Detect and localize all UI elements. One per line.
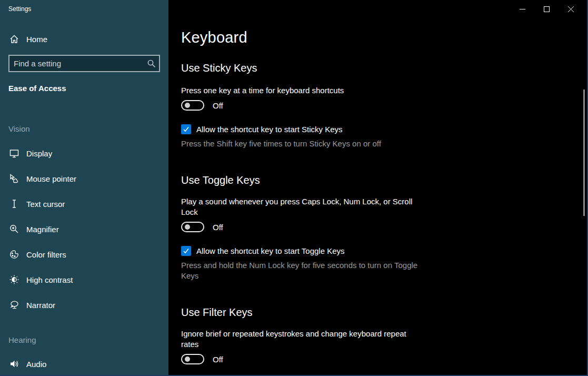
sidebar-item-narrator[interactable]: Narrator bbox=[0, 292, 168, 318]
toggle-knob bbox=[185, 103, 190, 108]
sidebar-item-display[interactable]: Display bbox=[0, 141, 168, 166]
toggle-state-label[interactable]: Off bbox=[213, 355, 223, 364]
minimize-button[interactable] bbox=[510, 0, 534, 18]
group-header-hearing: Hearing bbox=[0, 335, 168, 345]
sidebar-item-label: Display bbox=[26, 149, 52, 158]
setting-hint: Press the Shift key five times to turn S… bbox=[181, 138, 421, 149]
sidebar: Settings Home Ease of Access Vision bbox=[0, 0, 168, 375]
sticky-keys-toggle[interactable] bbox=[181, 100, 204, 111]
setting-label: Play a sound whenever you press Caps Loc… bbox=[181, 196, 421, 217]
sidebar-item-label: Audio bbox=[26, 360, 46, 369]
display-icon bbox=[8, 147, 20, 159]
checkbox-checked-icon[interactable] bbox=[181, 246, 191, 256]
category-title: Ease of Access bbox=[0, 84, 168, 93]
sidebar-item-mouse-pointer[interactable]: Mouse pointer bbox=[0, 166, 168, 191]
toggle-knob bbox=[185, 224, 190, 230]
close-button[interactable] bbox=[559, 0, 583, 18]
section-heading: Use Sticky Keys bbox=[181, 61, 434, 75]
scrollbar-thumb[interactable] bbox=[583, 90, 585, 216]
search-box bbox=[8, 55, 160, 72]
sidebar-item-label: Mouse pointer bbox=[26, 174, 76, 183]
home-icon bbox=[8, 33, 20, 45]
section-sticky-keys: Use Sticky Keys Press one key at a time … bbox=[181, 61, 434, 149]
narrator-icon bbox=[8, 299, 20, 311]
checkbox-label[interactable]: Allow the shortcut key to start Sticky K… bbox=[196, 125, 343, 134]
toggle-knob bbox=[185, 357, 190, 362]
checkbox-label[interactable]: Allow the shortcut key to start Toggle K… bbox=[196, 246, 345, 255]
toggle-state-label[interactable]: Off bbox=[213, 223, 223, 232]
setting-label: Press one key at a time for keyboard sho… bbox=[181, 85, 421, 96]
search-icon[interactable] bbox=[143, 59, 159, 68]
sidebar-item-label: Color filters bbox=[26, 250, 66, 259]
sidebar-item-color-filters[interactable]: Color filters bbox=[0, 242, 168, 267]
sidebar-item-label: Narrator bbox=[26, 301, 55, 310]
section-heading: Use Toggle Keys bbox=[181, 173, 434, 187]
sticky-keys-toggle-row: Off bbox=[181, 100, 434, 111]
filter-keys-toggle-row: Off bbox=[181, 354, 434, 364]
text-cursor-icon bbox=[8, 198, 20, 210]
section-filter-keys: Use Filter Keys Ignore brief or repeated… bbox=[181, 305, 434, 364]
toggle-keys-toggle-row: Off bbox=[181, 222, 434, 232]
magnifier-icon bbox=[8, 223, 20, 235]
setting-hint: Press and hold the Num Lock key for five… bbox=[181, 260, 421, 281]
window-controls bbox=[510, 0, 583, 18]
toggle-keys-toggle[interactable] bbox=[181, 222, 204, 232]
sidebar-item-label: Magnifier bbox=[26, 225, 59, 234]
checkbox-checked-icon[interactable] bbox=[181, 124, 191, 134]
sidebar-item-magnifier[interactable]: Magnifier bbox=[0, 216, 168, 242]
app-title: Settings bbox=[0, 0, 168, 13]
sidebar-item-home[interactable]: Home bbox=[0, 28, 168, 50]
sidebar-nav-vision: Display Mouse pointer Text cursor bbox=[0, 141, 168, 318]
sidebar-item-label: High contrast bbox=[26, 275, 73, 284]
toggle-state-label[interactable]: Off bbox=[213, 101, 223, 110]
sidebar-item-high-contrast[interactable]: High contrast bbox=[0, 267, 168, 292]
toggle-keys-shortcut-checkbox-row[interactable]: Allow the shortcut key to start Toggle K… bbox=[181, 246, 434, 256]
page-title: Keyboard bbox=[181, 27, 434, 47]
audio-icon bbox=[8, 358, 20, 370]
maximize-button[interactable] bbox=[534, 0, 559, 18]
mouse-pointer-icon bbox=[8, 173, 20, 184]
sidebar-item-label: Home bbox=[26, 35, 47, 44]
sidebar-item-audio[interactable]: Audio bbox=[0, 351, 168, 375]
filter-keys-toggle[interactable] bbox=[181, 354, 204, 364]
page-content: Keyboard Use Sticky Keys Press one key a… bbox=[181, 0, 434, 364]
section-heading: Use Filter Keys bbox=[181, 305, 434, 319]
sidebar-item-text-cursor[interactable]: Text cursor bbox=[0, 191, 168, 216]
color-filters-icon bbox=[8, 249, 20, 260]
setting-label: Ignore brief or repeated keystrokes and … bbox=[181, 329, 421, 350]
sidebar-item-label: Text cursor bbox=[26, 200, 65, 209]
search-input[interactable] bbox=[9, 56, 143, 71]
sticky-keys-shortcut-checkbox-row[interactable]: Allow the shortcut key to start Sticky K… bbox=[181, 124, 434, 134]
group-header-vision: Vision bbox=[0, 124, 168, 134]
high-contrast-icon bbox=[8, 274, 20, 285]
main-panel: Keyboard Use Sticky Keys Press one key a… bbox=[168, 0, 587, 375]
settings-window: Settings Home Ease of Access Vision bbox=[0, 0, 588, 376]
section-toggle-keys: Use Toggle Keys Play a sound whenever yo… bbox=[181, 173, 434, 281]
